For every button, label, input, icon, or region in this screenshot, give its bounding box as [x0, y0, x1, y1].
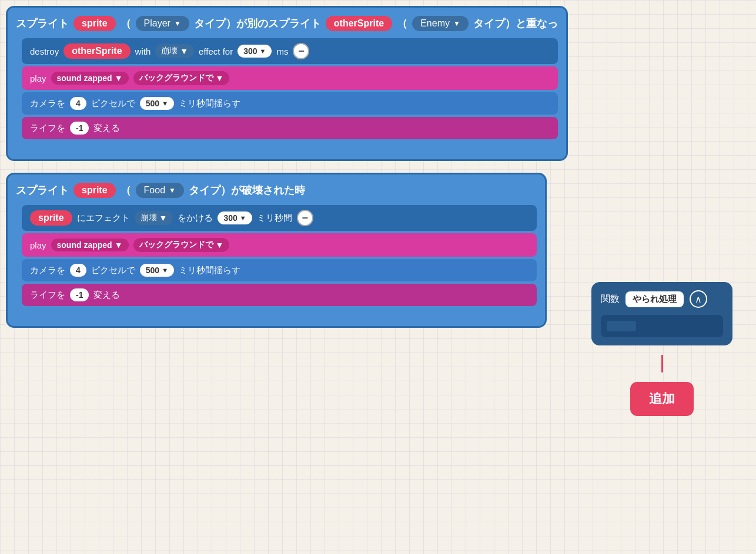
pixel-label1: ピクセルで [91, 98, 135, 109]
effect-dropdown1[interactable]: 崩壊 ▼ [155, 44, 194, 58]
section1-type-suffix: タイプ）が別のスプライト [194, 16, 321, 31]
destroy-sprite[interactable]: otherSprite [63, 43, 130, 59]
section2-food-dropdown[interactable]: Food ▼ [136, 183, 184, 198]
sound-arrow2: ▼ [115, 240, 123, 250]
effect-arrow2: ▼ [159, 213, 168, 223]
destroy-label: destroy [30, 46, 59, 56]
effect-arrow1: ▼ [180, 46, 188, 56]
function-header: 関数 やられ処理 ∧ [601, 290, 723, 308]
effect-for-label: effect for [199, 46, 233, 56]
sound-arrow1: ▼ [115, 73, 123, 83]
function-card: 関数 やられ処理 ∧ [591, 282, 732, 345]
life-block2: ライフを -1 変える [22, 284, 537, 306]
camera-label2: カメラを [30, 265, 65, 276]
camera-time2[interactable]: 500 ▼ [140, 264, 174, 277]
enemy-dropdown-arrow: ▼ [453, 19, 460, 28]
section2-sprite-tag[interactable]: sprite [73, 183, 116, 198]
bg-dropdown1[interactable]: バックグラウンドで ▼ [133, 71, 230, 85]
effect-ni-label: にエフェクト [77, 213, 130, 224]
life-val1: -1 [70, 122, 89, 135]
effect-sprite2[interactable]: sprite [30, 210, 72, 226]
function-slot [601, 315, 723, 337]
with-label: with [135, 46, 151, 56]
bg-arrow2: ▼ [216, 240, 224, 250]
section2-type-suffix: タイプ）が破壊された時 [189, 183, 305, 197]
life-label1: ライフを [30, 123, 65, 134]
camera-ms2: ミリ秒間揺らす [179, 265, 240, 276]
section2-paren: （ [121, 183, 131, 197]
add-button[interactable]: 追加 [630, 382, 694, 416]
effect-apply-label: をかける [178, 213, 213, 224]
minus-btn2[interactable]: − [297, 210, 313, 226]
right-panel: 関数 やられ処理 ∧ 追加 [591, 282, 732, 416]
section2-container: スプライト sprite （ Food ▼ タイプ）が破壊された時 sprite… [6, 173, 547, 328]
main-workspace: スプライト sprite （ Player ▼ タイプ）が別のスプライト oth… [6, 6, 750, 546]
camera-block1: カメラを 4 ピクセルで 500 ▼ ミリ秒間揺らす [22, 92, 558, 115]
section2-prefix: スプライト [16, 183, 69, 197]
section1-prefix: スプライト [16, 16, 69, 31]
camera-ms1: ミリ秒間揺らす [179, 98, 240, 109]
section1-sprite-tag[interactable]: sprite [73, 16, 116, 31]
collapse-btn[interactable]: ∧ [690, 290, 707, 308]
section1: スプライト sprite （ Player ▼ タイプ）が別のスプライト oth… [6, 6, 750, 161]
time-dropdown2[interactable]: 300 ▼ [218, 211, 252, 224]
ms-label2: ミリ秒間 [257, 213, 292, 224]
camera-time1[interactable]: 500 ▼ [140, 97, 174, 110]
play-block2: play sound zapped ▼ バックグラウンドで ▼ [22, 233, 537, 257]
life-val2: -1 [70, 288, 89, 301]
sound-dropdown2[interactable]: sound zapped ▼ [51, 239, 129, 251]
camera-val2: 4 [70, 264, 86, 277]
time-dropdown1[interactable]: 300 ▼ [237, 45, 272, 58]
function-name: やられ処理 [625, 291, 684, 307]
section1-paren2: （ [397, 16, 407, 31]
sound-dropdown1[interactable]: sound zapped ▼ [51, 72, 129, 85]
effect-dropdown2[interactable]: 崩壊 ▼ [135, 211, 173, 225]
section1-type2-suffix: タイプ）と重なっ [473, 16, 558, 31]
time-arrow2: ▼ [240, 214, 246, 221]
bg-arrow1: ▼ [216, 73, 224, 83]
effect-block2: sprite にエフェクト 崩壊 ▼ をかける 300 ▼ ミリ秒間 − [22, 205, 537, 231]
section1-enemy-dropdown[interactable]: Enemy ▼ [412, 16, 469, 31]
ms-label1: ms [276, 46, 288, 56]
life-change1: 変える [93, 123, 120, 134]
section1-paren: （ [121, 16, 131, 31]
play-block1: play sound zapped ▼ バックグラウンドで ▼ [22, 66, 558, 90]
section1-container: スプライト sprite （ Player ▼ タイプ）が別のスプライト oth… [6, 6, 568, 161]
player-dropdown-arrow: ▼ [174, 19, 181, 28]
section1-player-dropdown[interactable]: Player ▼ [136, 16, 189, 31]
camera-time-arrow2: ▼ [162, 267, 168, 274]
function-label: 関数 [601, 293, 620, 305]
camera-time-arrow1: ▼ [162, 100, 168, 107]
destroy-block: destroy otherSprite with 崩壊 ▼ effect for… [22, 38, 558, 64]
food-dropdown-arrow: ▼ [169, 186, 176, 194]
life-label2: ライフを [30, 290, 65, 301]
arrow-connector [661, 355, 663, 372]
section1-other-tag[interactable]: otherSprite [326, 16, 392, 31]
minus-btn1[interactable]: − [293, 43, 309, 59]
life-change2: 変える [93, 290, 120, 301]
camera-label1: カメラを [30, 98, 65, 109]
pixel-label2: ピクセルで [91, 265, 135, 276]
camera-block2: カメラを 4 ピクセルで 500 ▼ ミリ秒間揺らす [22, 259, 537, 281]
time-arrow1: ▼ [260, 48, 266, 55]
play-label1: play [30, 73, 46, 83]
life-block1: ライフを -1 変える [22, 117, 558, 139]
camera-val1: 4 [70, 97, 86, 110]
play-label2: play [30, 240, 46, 250]
bg-dropdown2[interactable]: バックグラウンドで ▼ [133, 238, 230, 252]
